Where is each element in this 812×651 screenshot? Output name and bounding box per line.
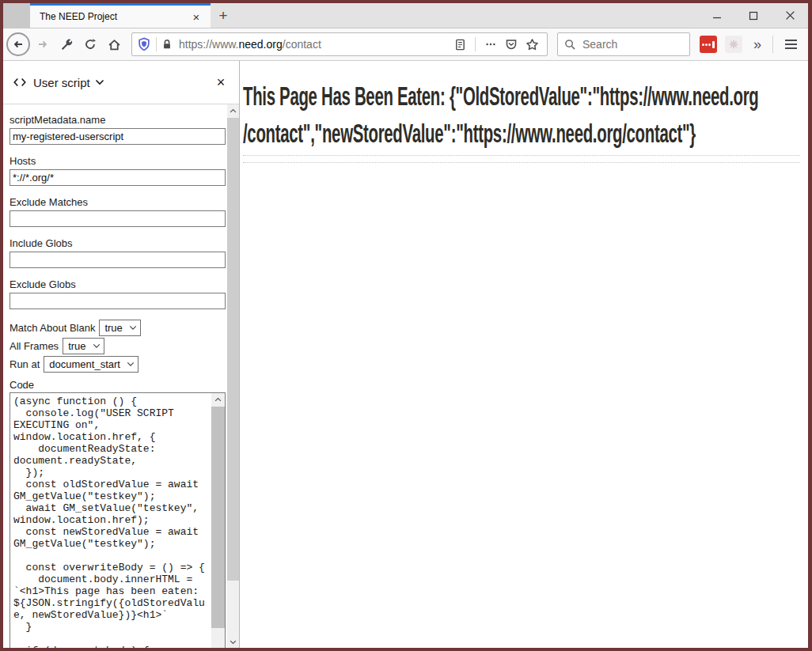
toolbar-separator (772, 36, 773, 53)
bookmark-star-icon (526, 38, 539, 51)
match-about-blank-select[interactable]: true (99, 320, 140, 336)
titlebar-spacer (3, 3, 30, 28)
reload-button[interactable] (79, 33, 101, 55)
forward-button[interactable] (32, 33, 54, 55)
userscript-sidebar: User script × scriptMetadata.name Hosts … (3, 61, 240, 648)
hosts-field: Hosts (9, 155, 239, 186)
reader-mode-icon (454, 39, 466, 51)
search-bar[interactable]: Search (557, 32, 690, 56)
include-globs-input[interactable] (9, 252, 226, 268)
sidebar-body: scriptMetadata.name Hosts Exclude Matche… (3, 104, 239, 648)
exclude-matches-field: Exclude Matches (9, 196, 239, 227)
main-area: User script × scriptMetadata.name Hosts … (3, 61, 808, 648)
page-actions-button[interactable] (480, 34, 501, 55)
back-button[interactable] (6, 32, 30, 56)
all-frames-row: All Frames true (9, 338, 239, 354)
run-at-select[interactable]: document_start (44, 356, 138, 373)
exclude-matches-label: Exclude Matches (9, 196, 239, 208)
run-at-label: Run at (9, 358, 40, 370)
scroll-up-arrow-icon[interactable] (211, 393, 225, 405)
sidebar-scrollbar[interactable] (227, 104, 239, 648)
run-at-row: Run at document_start (9, 356, 239, 373)
reader-mode-button[interactable] (450, 34, 470, 55)
close-window-icon (785, 10, 795, 21)
overflow-menu-button[interactable]: » (747, 36, 768, 53)
sidebar-scrollbar-thumb[interactable] (227, 118, 239, 581)
all-frames-select[interactable]: true (63, 338, 104, 354)
hamburger-icon (785, 40, 797, 41)
page-content: This Page Has Been Eaten: {"OldStoredVal… (240, 61, 808, 648)
url-bar[interactable]: https://www.need.org/contact (131, 32, 548, 56)
bookmark-star-button[interactable] (522, 34, 542, 55)
code-textarea[interactable]: (async function () { console.log("USER S… (9, 392, 226, 648)
extension-red-button[interactable] (700, 36, 717, 53)
code-scrollbar-thumb[interactable] (211, 407, 225, 628)
search-placeholder: Search (582, 38, 617, 51)
url-scheme: https://www. (179, 38, 238, 51)
exclude-globs-field: Exclude Globs (9, 278, 239, 309)
home-button[interactable] (103, 33, 125, 55)
all-frames-label: All Frames (9, 340, 59, 352)
match-about-blank-row: Match About Blank true (9, 320, 239, 336)
hosts-input[interactable] (9, 169, 226, 186)
meatball-menu-icon (485, 39, 496, 50)
forward-icon (36, 38, 49, 51)
code-label: Code (9, 379, 239, 391)
pocket-button[interactable] (501, 34, 522, 55)
exclude-globs-input[interactable] (9, 293, 226, 309)
disabled-extension-flower-icon (728, 39, 739, 50)
include-globs-field: Include Globs (9, 237, 239, 268)
urlbar-separator (156, 37, 157, 51)
code-scrollbar[interactable] (211, 393, 225, 648)
tab-close-icon[interactable]: × (188, 9, 204, 25)
tab-the-need-project[interactable]: The NEED Project × (30, 3, 211, 28)
scroll-up-arrow-icon[interactable] (227, 104, 239, 116)
new-tab-button[interactable]: + (211, 3, 236, 28)
url-path: /contact (283, 38, 321, 51)
heading-dotted-rule (243, 155, 800, 156)
tracking-protection-shield-icon[interactable] (137, 37, 151, 51)
script-name-label: scriptMetadata.name (9, 114, 239, 126)
script-name-input[interactable] (9, 128, 226, 145)
reload-icon (84, 38, 97, 51)
urlbar-separator-2 (475, 37, 476, 51)
maximize-icon (749, 11, 758, 21)
lock-icon[interactable] (161, 39, 173, 50)
red-ext-bar (712, 41, 715, 48)
sidebar-header: User script × (3, 61, 239, 104)
sidebar-title: User script (33, 76, 90, 89)
navigation-toolbar: https://www.need.org/contact Search (3, 28, 808, 61)
chevron-down-icon (129, 325, 137, 331)
exclude-globs-label: Exclude Globs (9, 278, 239, 290)
search-icon (564, 39, 576, 51)
close-window-button[interactable] (772, 3, 808, 28)
exclude-matches-input[interactable] (9, 210, 226, 227)
red-ext-dot (708, 44, 711, 46)
all-frames-value: true (68, 340, 85, 352)
chevron-down-icon (127, 361, 135, 367)
match-about-blank-value: true (104, 322, 122, 334)
extension-disabled-button[interactable] (725, 36, 742, 53)
code-icon (13, 77, 27, 88)
window-controls (699, 3, 808, 28)
wrench-button[interactable] (55, 33, 78, 55)
tab-title: The NEED Project (40, 11, 188, 22)
browser-window: The NEED Project × + (0, 0, 812, 651)
sidebar-switcher-chevron-icon[interactable] (95, 79, 104, 85)
minimize-icon (712, 11, 722, 21)
wrench-icon (60, 38, 74, 51)
home-icon (108, 38, 121, 51)
back-icon (12, 38, 25, 51)
script-name-field: scriptMetadata.name (9, 114, 239, 145)
code-editor-wrap: (async function () { console.log("USER S… (9, 392, 226, 648)
run-at-value: document_start (49, 358, 120, 370)
url-domain: need.org (238, 38, 282, 51)
url-text[interactable]: https://www.need.org/contact (179, 38, 450, 51)
minimize-button[interactable] (699, 3, 735, 28)
pocket-icon (505, 38, 518, 51)
app-menu-button[interactable] (780, 40, 802, 49)
sidebar-close-button[interactable]: × (212, 74, 230, 91)
scroll-down-arrow-icon[interactable] (227, 636, 239, 648)
titlebar-drag-area (236, 3, 699, 28)
maximize-button[interactable] (735, 3, 772, 28)
